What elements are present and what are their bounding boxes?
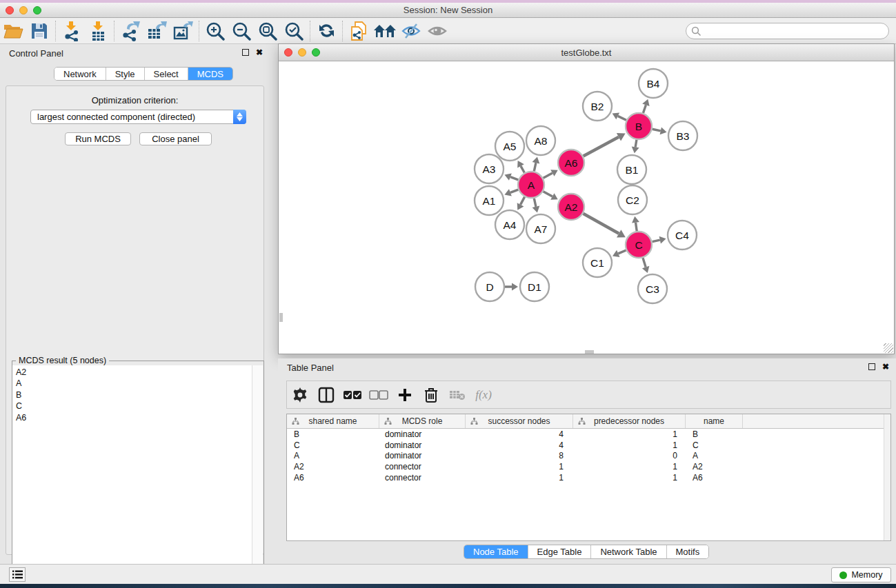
search-field[interactable]	[686, 23, 889, 39]
network-hscroll-nub[interactable]	[585, 350, 594, 354]
control-panel-tab-style[interactable]: Style	[106, 68, 145, 80]
window-resize-handle[interactable]	[884, 343, 893, 353]
graph-node-A4[interactable]: A4	[495, 210, 524, 239]
zoom-fit-button[interactable]	[255, 19, 281, 43]
column-header-MCDS-role[interactable]: MCDS role	[379, 414, 466, 428]
table-tab-motifs[interactable]: Motifs	[667, 545, 709, 558]
cell-MCDS-role[interactable]: dominator	[379, 440, 466, 450]
cell-MCDS-role[interactable]: dominator	[379, 429, 466, 439]
cell-successor-nodes[interactable]: 8	[466, 451, 573, 460]
delete-column-button[interactable]	[418, 382, 444, 408]
zoom-selected-button[interactable]	[281, 19, 307, 43]
graph-node-D[interactable]: D	[475, 272, 504, 301]
cell-shared-name[interactable]: A6	[287, 473, 379, 483]
graph-edge-A-A6[interactable]	[544, 173, 552, 178]
table-scrollbar[interactable]	[884, 414, 890, 540]
create-column-button[interactable]	[392, 382, 418, 408]
result-scrollbar[interactable]	[252, 365, 263, 587]
network-vscroll-nub[interactable]	[279, 313, 283, 322]
cell-name[interactable]: A	[686, 451, 743, 460]
cell-predecessor-nodes[interactable]: 1	[573, 429, 686, 439]
network-canvas[interactable]: B4B2BB3A5A8A6A3B1AA1C2A2A4A7C4CC1C3DD1	[279, 61, 893, 354]
mcds-result-item[interactable]: A	[12, 378, 252, 389]
refresh-button[interactable]	[313, 19, 339, 43]
show-graphics-button[interactable]	[424, 19, 450, 43]
cell-MCDS-role[interactable]: dominator	[379, 451, 466, 460]
select-all-button[interactable]	[339, 382, 366, 408]
graph-edge-B-B1[interactable]	[635, 140, 637, 148]
graph-node-A1[interactable]: A1	[475, 186, 504, 215]
cell-name[interactable]: A6	[686, 473, 743, 483]
column-header-name[interactable]: name	[686, 414, 743, 428]
control-panel-tab-network[interactable]: Network	[54, 68, 106, 80]
graph-edge-C-C4[interactable]	[653, 240, 660, 242]
memory-button[interactable]: Memory	[831, 567, 891, 582]
open-session-button[interactable]	[0, 19, 26, 43]
graph-edge-C-C2[interactable]	[636, 223, 637, 232]
close-panel-icon[interactable]: ✖	[882, 362, 889, 372]
save-session-button[interactable]	[26, 19, 52, 43]
float-panel-icon[interactable]	[242, 49, 249, 56]
control-panel-tab-select[interactable]: Select	[145, 68, 188, 80]
cell-predecessor-nodes[interactable]: 1	[573, 473, 686, 483]
graph-edge-B-B2[interactable]	[618, 116, 626, 120]
graph-node-B[interactable]: B	[626, 113, 652, 139]
zoom-in-button[interactable]	[202, 19, 228, 43]
close-panel-button[interactable]: Close panel	[139, 132, 212, 145]
graph-node-A7[interactable]: A7	[526, 214, 555, 243]
graph-node-A2[interactable]: A2	[558, 194, 584, 220]
cell-shared-name[interactable]: A2	[287, 462, 379, 472]
graph-edge-B-B4[interactable]	[643, 105, 646, 113]
graph-node-A8[interactable]: A8	[526, 126, 555, 155]
float-panel-icon[interactable]	[868, 363, 875, 370]
home-button[interactable]	[372, 19, 398, 43]
cell-successor-nodes[interactable]: 1	[466, 473, 573, 483]
cell-MCDS-role[interactable]: connector	[379, 462, 466, 472]
graph-edge-A6-B[interactable]	[584, 137, 619, 156]
cell-shared-name[interactable]: A	[287, 451, 379, 460]
column-header-predecessor-nodes[interactable]: predecessor nodes	[573, 414, 686, 428]
graph-node-A[interactable]: A	[518, 172, 544, 198]
show-panels-button[interactable]	[9, 567, 26, 582]
graph-edge-C-C1[interactable]	[618, 250, 626, 254]
table-row[interactable]: A6connector11A6	[287, 472, 890, 483]
cell-name[interactable]: B	[686, 429, 743, 439]
table-row[interactable]: A2connector11A2	[287, 461, 890, 472]
cell-predecessor-nodes[interactable]: 1	[573, 462, 686, 472]
export-network-button[interactable]	[117, 19, 143, 43]
graph-edge-A-A2[interactable]	[544, 192, 552, 196]
control-panel-tab-mcds[interactable]: MCDS	[188, 68, 232, 80]
graph-edge-A2-C[interactable]	[583, 214, 619, 234]
table-tab-node-table[interactable]: Node Table	[464, 545, 528, 558]
graph-edge-A-A8[interactable]	[534, 163, 536, 171]
graph-node-A3[interactable]: A3	[475, 154, 504, 183]
run-mcds-button[interactable]: Run MCDS	[65, 132, 131, 145]
column-header-shared-name[interactable]: shared name	[287, 414, 379, 428]
cell-shared-name[interactable]: C	[287, 440, 379, 450]
graph-edge-A-A5[interactable]	[521, 166, 524, 173]
cell-MCDS-role[interactable]: connector	[379, 473, 466, 483]
graph-node-B1[interactable]: B1	[617, 155, 646, 184]
table-row[interactable]: Cdominator41C	[287, 440, 890, 451]
show-columns-button[interactable]	[313, 382, 339, 408]
export-table-button[interactable]	[143, 19, 170, 43]
graph-node-C4[interactable]: C4	[668, 221, 697, 250]
graph-node-D1[interactable]: D1	[520, 272, 549, 301]
mcds-result-item[interactable]: C	[12, 401, 252, 412]
graph-edge-B-B3[interactable]	[653, 129, 661, 131]
duplicate-network-button[interactable]	[346, 19, 372, 43]
graph-edge-A-A7[interactable]	[534, 199, 536, 207]
graph-edge-A-A4[interactable]	[521, 197, 525, 205]
mcds-result-item[interactable]: A6	[12, 412, 252, 423]
cell-predecessor-nodes[interactable]: 1	[573, 440, 686, 450]
search-input[interactable]	[701, 24, 888, 38]
zoom-out-button[interactable]	[228, 19, 255, 43]
delete-table-button[interactable]	[444, 382, 470, 408]
table-row[interactable]: Adominator80A	[287, 450, 890, 461]
function-builder-button[interactable]: f(x)	[470, 382, 497, 408]
graph-edge-A-A1[interactable]	[510, 190, 518, 192]
export-image-button[interactable]	[170, 19, 196, 43]
graph-node-C[interactable]: C	[626, 232, 652, 258]
graph-node-C2[interactable]: C2	[618, 185, 647, 214]
graph-node-B3[interactable]: B3	[668, 121, 697, 150]
